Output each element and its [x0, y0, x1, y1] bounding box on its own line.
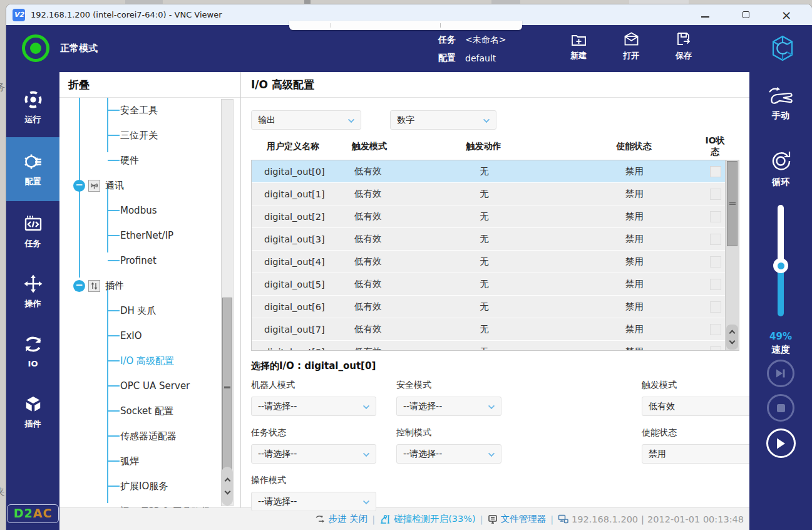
tree-node[interactable]: 传感器适配器 [59, 423, 240, 449]
form-field-select[interactable]: --请选择-- [251, 397, 376, 416]
column-header: IO状态 [704, 135, 726, 158]
tree-node[interactable]: DH 夹爪 [59, 298, 240, 323]
tree-node[interactable]: 安全工具 [59, 98, 240, 123]
form-field-select[interactable]: --请选择-- [251, 444, 376, 464]
table-scrollbar-thumb[interactable] [727, 161, 737, 246]
scroll-down-icon[interactable] [224, 489, 230, 495]
speed-label: 速度 [749, 344, 812, 356]
file-manager-icon [488, 514, 498, 524]
loop-icon [768, 148, 793, 174]
output-type-select[interactable]: 输出 [251, 110, 361, 130]
tree-node[interactable]: OPC UA Server [59, 373, 240, 398]
enable-state-cell: 禁用 [564, 233, 705, 245]
manual-mode-button[interactable]: 手动 [749, 86, 812, 122]
tree-node[interactable]: 硬件 [59, 148, 240, 173]
nav-item[interactable]: IO [6, 321, 59, 382]
file-manager-status[interactable]: 文件管理器 [488, 513, 547, 525]
nav-item[interactable]: 操作 [6, 261, 59, 321]
table-scrollbar-buttons[interactable] [726, 325, 738, 350]
nav-item[interactable]: 运行 [6, 77, 59, 137]
table-row[interactable]: digital_out[0] 低有效 无 禁用 [252, 160, 726, 182]
tree-node[interactable]: 扩展IO服务 [59, 474, 240, 499]
tree-node[interactable]: EtherNet/IP [59, 223, 240, 248]
step-mode-status[interactable]: 步进 关闭 [315, 513, 368, 525]
tree-node[interactable]: ExIO [59, 323, 240, 348]
nav-item[interactable]: 任务 [6, 201, 59, 261]
table-row[interactable]: digital_out[2] 低有效 无 禁用 [252, 205, 726, 227]
toolbar-action-button[interactable]: 保存 [666, 31, 702, 61]
vnc-viewer-window: V2 192.168.1.200 (intel-corei7-64:0) - V… [6, 4, 812, 530]
window-controls: × [701, 11, 806, 19]
scroll-down-icon[interactable] [729, 338, 736, 345]
tree-scrollbar-thumb[interactable] [222, 298, 232, 477]
table-row[interactable]: digital_out[5] 低有效 无 禁用 [252, 273, 726, 295]
form-field-select[interactable]: 低有效 [642, 397, 767, 416]
io-state-checkbox[interactable] [710, 301, 721, 313]
form-field-label: 控制模式 [396, 427, 642, 439]
hand-icon [767, 86, 794, 107]
table-row[interactable]: digital_out[4] 低有效 无 禁用 [252, 251, 726, 273]
collapse-node-icon[interactable]: − [73, 280, 85, 292]
toolbar-action-button[interactable]: 新建 [560, 31, 597, 61]
stop-button[interactable] [767, 394, 794, 422]
close-button[interactable]: × [782, 11, 791, 19]
nav-item[interactable]: 配置 [6, 137, 59, 201]
right-control-panel: 手动 循环 49% 速度 [749, 72, 812, 530]
table-row[interactable]: digital_out[6] 低有效 无 禁用 [252, 296, 726, 318]
step-forward-button[interactable] [767, 360, 794, 387]
tree-scrollbar[interactable] [221, 99, 234, 506]
io-state-checkbox[interactable] [710, 211, 721, 222]
nav-item-label: IO [28, 359, 38, 368]
tree-body: 安全工具 [59, 98, 240, 507]
io-state-checkbox[interactable] [710, 324, 721, 335]
connection-status: 192.168.1.200|2012-01-01 00:13:48 [558, 514, 744, 524]
table-row[interactable]: digital_out[8] 低有效 无 禁用 [252, 341, 726, 351]
slider-thumb[interactable] [773, 258, 788, 273]
toolbar-action-button[interactable]: 打开 [613, 31, 649, 61]
form-field-select[interactable]: --请选择-- [251, 492, 376, 511]
io-state-checkbox[interactable] [710, 166, 721, 177]
tree-node[interactable]: 远程 TCP & 工具路径 [59, 499, 240, 507]
table-row[interactable]: digital_out[3] 低有效 无 禁用 [252, 228, 726, 250]
tree-node[interactable]: − [59, 173, 240, 198]
signal-type-select[interactable]: 数字 [390, 110, 496, 130]
tree-node-label: ExIO [120, 330, 142, 341]
tree-node[interactable]: Modbus [59, 198, 240, 223]
io-state-checkbox[interactable] [710, 256, 721, 268]
tree-collapse-header[interactable]: 折叠 [59, 72, 240, 98]
io-state-checkbox[interactable] [710, 279, 721, 290]
table-row[interactable]: digital_out[1] 低有效 无 禁用 [252, 183, 726, 205]
io-state-checkbox[interactable] [710, 189, 721, 200]
form-field-select[interactable]: --请选择-- [396, 397, 501, 416]
io-condition-form: 机器人模式 --请选择-- 安全模式 --请选择-- [251, 380, 739, 511]
tree-node-label: DH 夹爪 [120, 305, 157, 317]
form-field-select[interactable]: --请选择-- [396, 444, 501, 464]
nav-item[interactable]: 插件 [6, 382, 59, 442]
trigger-mode-cell: 低有效 [336, 346, 404, 351]
table-row[interactable]: digital_out[7] 低有效 无 禁用 [252, 318, 726, 340]
maximize-button[interactable] [741, 11, 750, 19]
io-name-cell: digital_out[2] [252, 212, 336, 222]
tree-node[interactable]: 三位开关 [59, 123, 240, 148]
play-button[interactable] [766, 429, 796, 458]
form-field-label: 任务状态 [251, 427, 396, 439]
scroll-up-icon[interactable] [729, 330, 736, 336]
tree-node[interactable]: I/O 高级配置 [59, 348, 240, 373]
table-scrollbar[interactable] [725, 160, 739, 350]
tree-node[interactable]: Profinet [59, 248, 240, 273]
tree-node[interactable]: − [59, 273, 240, 298]
io-state-checkbox[interactable] [710, 346, 721, 351]
tree-node[interactable]: 弧焊 [59, 449, 240, 474]
loop-mode-button[interactable]: 循环 [749, 148, 812, 188]
speed-slider[interactable] [773, 205, 788, 319]
tree-scrollbar-buttons[interactable] [222, 467, 233, 506]
collapse-node-icon[interactable]: − [73, 180, 85, 192]
collision-detection-status[interactable]: 碰撞检测开启(33%) [379, 513, 476, 525]
tree-node[interactable]: Socket 配置 [59, 398, 240, 423]
minimize-button[interactable] [701, 11, 709, 19]
io-state-checkbox[interactable] [710, 234, 721, 245]
scroll-up-icon[interactable] [224, 478, 230, 484]
middle-column: 折叠 [59, 72, 749, 530]
form-field-select[interactable]: 禁用 [642, 444, 767, 464]
vnc-toolbar-overlay[interactable] [289, 21, 522, 30]
